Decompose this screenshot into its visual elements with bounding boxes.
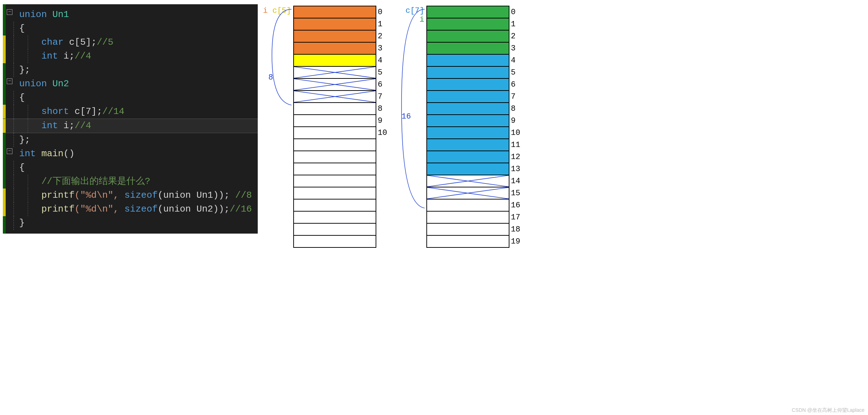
memory-index (376, 211, 391, 223)
memory-index: 14 (509, 175, 524, 187)
code-line: int i;//4 (6, 49, 258, 63)
memory-cell (294, 91, 376, 103)
fold-icon[interactable]: − (7, 78, 12, 84)
memory-cell (427, 115, 509, 127)
memory-cell (427, 163, 509, 175)
memory-cell (427, 199, 509, 211)
memory-cell (294, 103, 376, 115)
comment: //5 (97, 37, 113, 48)
memory-index: 2 (376, 30, 391, 42)
memory-index (376, 199, 391, 211)
string: ("%d\n", (75, 204, 124, 214)
memory-index: 13 (509, 163, 524, 175)
keyword-int: int (19, 148, 36, 159)
code-line: //下面输出的结果是什么? (6, 175, 258, 189)
code-line: }; (6, 133, 258, 147)
memory-index: 6 (509, 78, 524, 91)
keyword-short: short (41, 106, 69, 117)
keyword-union: union (19, 78, 47, 89)
code-line: −union Un2 (6, 77, 258, 91)
size-label-8: 8 (268, 73, 273, 82)
keyword-union: union (19, 9, 47, 20)
brace: } (19, 218, 25, 228)
memory-cell (427, 103, 509, 115)
memory-index (376, 235, 391, 247)
memory-cell (427, 30, 509, 42)
memory-diagram-un2: c[7] i 16 012345678910111213141516171819 (426, 6, 524, 248)
memory-cell (427, 235, 509, 247)
memory-cell (294, 199, 376, 211)
memory-index: 12 (509, 151, 524, 163)
memory-index: 16 (509, 199, 524, 211)
code-editor: −union Un1 { char c[5];//5 int i;//4 }; … (3, 4, 258, 234)
keyword-char: char (41, 37, 63, 48)
memory-index: 17 (509, 211, 524, 223)
memory-index (376, 175, 391, 187)
memory-table: 012345678910 (293, 6, 391, 248)
fold-icon[interactable]: − (7, 9, 12, 15)
memory-index (376, 187, 391, 199)
code-line: −int main() (6, 147, 258, 161)
comment: //4 (75, 51, 91, 61)
memory-cell (427, 211, 509, 223)
code-line: printf("%d\n", sizeof(union Un2));//16 (6, 202, 258, 216)
decl-c5: c[5]; (64, 37, 97, 48)
memory-diagram-un1: i c[5] 8 012345678910 (293, 6, 391, 248)
memory-cell (427, 42, 509, 54)
memory-cell (427, 91, 509, 103)
code-line-highlighted: int i;//4 (6, 119, 258, 133)
memory-cell (427, 66, 509, 78)
memory-index: 0 (376, 6, 391, 18)
memory-index: 10 (509, 127, 524, 139)
memory-cell (427, 139, 509, 151)
memory-cell (427, 18, 509, 30)
arg: (union Un2)); (158, 204, 230, 214)
decl-i: i; (58, 120, 75, 131)
memory-cell (427, 223, 509, 235)
code-line: −union Un1 (6, 8, 258, 22)
memory-cell (294, 66, 376, 78)
fold-icon[interactable]: − (7, 148, 12, 154)
memory-index: 1 (376, 18, 391, 30)
comment: //14 (102, 106, 124, 117)
type-un2: Un2 (47, 78, 69, 89)
keyword-sizeof: sizeof (124, 204, 158, 214)
memory-index: 15 (509, 187, 524, 199)
type-un1: Un1 (47, 9, 69, 20)
memory-index: 18 (509, 223, 524, 235)
memory-index: 3 (376, 42, 391, 54)
memory-cell (427, 127, 509, 139)
memory-index: 11 (509, 139, 524, 151)
memory-index (376, 163, 391, 175)
comment: //4 (75, 120, 91, 131)
memory-cell (427, 187, 509, 199)
keyword-int: int (41, 51, 58, 61)
memory-cell (294, 223, 376, 235)
decl-c7: c[7]; (69, 106, 102, 117)
memory-index: 19 (509, 235, 524, 247)
memory-index: 6 (376, 78, 391, 91)
func-printf: printf (41, 190, 75, 201)
memory-index: 0 (509, 6, 524, 18)
memory-cell (427, 151, 509, 163)
code-line: { (6, 91, 258, 105)
memory-table: 012345678910111213141516171819 (426, 6, 524, 248)
brace-curve-icon (265, 6, 293, 109)
memory-index: 3 (509, 42, 524, 54)
memory-index: 1 (509, 18, 524, 30)
memory-cell (294, 30, 376, 42)
memory-index: 7 (509, 91, 524, 103)
memory-cell (294, 139, 376, 151)
memory-index (376, 223, 391, 235)
func-printf: printf (41, 204, 75, 214)
brace: { (19, 92, 25, 103)
comment: //8 (235, 190, 252, 201)
memory-cell (294, 163, 376, 175)
memory-index: 4 (509, 54, 524, 66)
memory-index: 2 (509, 30, 524, 42)
keyword-sizeof: sizeof (124, 190, 158, 201)
memory-index: 4 (376, 54, 391, 66)
comment: //下面输出的结果是什么? (41, 176, 150, 187)
code-line: char c[5];//5 (6, 36, 258, 49)
brace: }; (19, 135, 30, 145)
